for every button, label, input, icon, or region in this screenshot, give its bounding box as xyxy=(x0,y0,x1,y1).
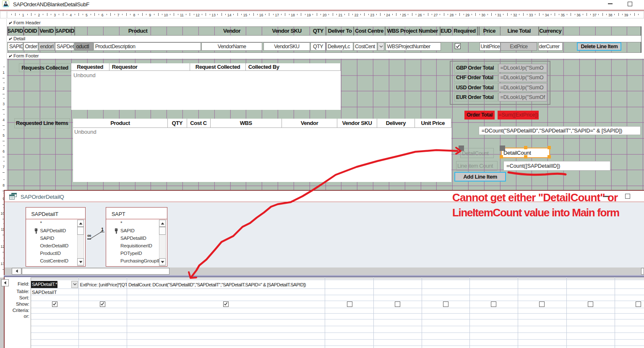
svg-text:BUY: BUY xyxy=(3,5,9,8)
